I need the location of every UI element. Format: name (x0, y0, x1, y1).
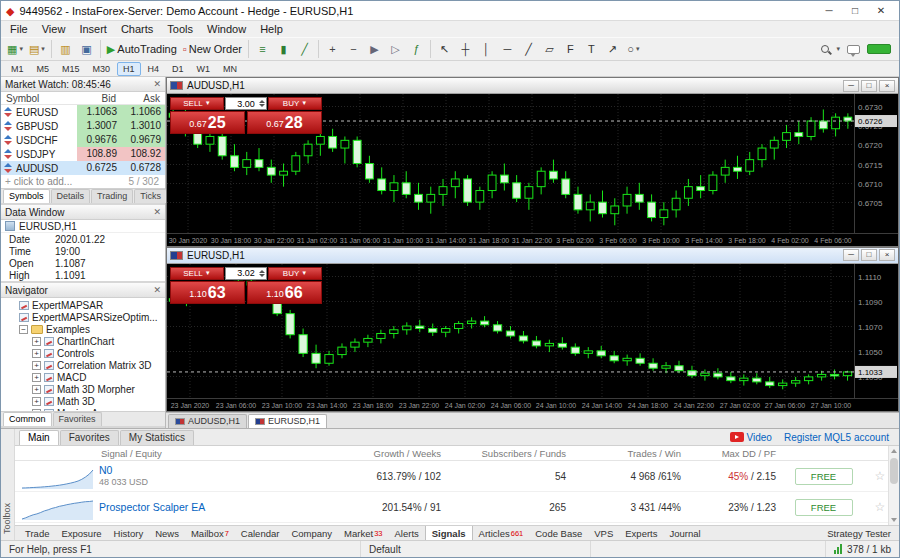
zoom-out-button[interactable]: − (343, 39, 364, 59)
shapes-tool-button[interactable]: ○▾ (623, 39, 644, 59)
volume-input[interactable]: 3.00 (225, 97, 267, 110)
menu-file[interactable]: File (3, 23, 35, 35)
market-watch-row-audusd[interactable]: AUDUSD 0.6725 0.6728 (1, 161, 165, 175)
trendline-tool-button[interactable]: ╱ (518, 39, 539, 59)
chart-minimize-button[interactable]: ─ (843, 249, 859, 261)
chart-window-titlebar[interactable]: AUDUSD,H1 ─ □ × (167, 78, 898, 94)
column-header[interactable]: Max DD / PF (691, 448, 786, 459)
timeframe-h1-button[interactable]: H1 (117, 62, 141, 76)
bar-chart-mode-button[interactable]: ≡ (252, 39, 273, 59)
column-header[interactable]: Subscribers / Funds (451, 448, 576, 459)
data-window-toggle-button[interactable]: ▣ (76, 39, 97, 59)
vertical-line-tool-button[interactable]: │ (476, 39, 497, 59)
market-watch-add-row[interactable]: + click to add... 5 / 302 (1, 175, 165, 188)
toolbox-tab-exposure[interactable]: Exposure (55, 526, 107, 540)
line-chart-mode-button[interactable]: ╱ (294, 39, 315, 59)
toolbox-tab-code-base[interactable]: Code Base (529, 526, 588, 540)
chat-icon[interactable] (847, 45, 860, 54)
buy-price-button[interactable]: 0.67 28 (247, 111, 322, 134)
toolbox-tab-vps[interactable]: VPS (588, 526, 619, 540)
cursor-tool-button[interactable]: ↖ (434, 39, 455, 59)
navigator-tab-common[interactable]: Common (3, 412, 52, 426)
volume-input[interactable]: 3.02 (225, 267, 267, 280)
new-order-button[interactable]: ▫New Order (180, 39, 245, 59)
signal-price-button[interactable]: FREE (795, 468, 853, 485)
signal-price-button[interactable]: FREE (795, 499, 853, 516)
navigator-tab-favorites[interactable]: Favorites (53, 412, 102, 426)
toolbox-tab-mailbox[interactable]: Mailbox7 (185, 526, 235, 540)
volume-spinner[interactable] (258, 98, 265, 109)
menu-tools[interactable]: Tools (160, 23, 200, 35)
tree-expand-icon[interactable]: + (32, 349, 41, 358)
sell-button[interactable]: SELL▼ (170, 267, 224, 280)
tree-expand-icon[interactable]: + (32, 385, 41, 394)
close-icon[interactable]: ✕ (153, 285, 161, 295)
signal-name-link[interactable]: N0 (99, 464, 321, 476)
menu-view[interactable]: View (35, 23, 73, 35)
window-maximize-button[interactable]: □ (842, 3, 868, 19)
status-profile[interactable]: Default (361, 541, 591, 557)
signal-name-link[interactable]: Prospector Scalper EA (99, 501, 321, 513)
volume-spinner[interactable] (258, 268, 265, 279)
navigator-item[interactable]: +Math 3D (1, 395, 165, 407)
channel-tool-button[interactable]: ▱ (539, 39, 560, 59)
toolbox-tab-history[interactable]: History (108, 526, 150, 540)
toolbox-tab-company[interactable]: Company (285, 526, 338, 540)
chart-maximize-button[interactable]: □ (861, 80, 877, 92)
toolbox-tab-experts[interactable]: Experts (619, 526, 663, 540)
navigator-item[interactable]: ExpertMAPSAR (1, 299, 165, 311)
chart-canvas[interactable]: 30 Jan 202030 Jan 18:0030 Jan 22:0031 Ja… (167, 94, 898, 246)
chart-window-titlebar[interactable]: EURUSD,H1 ─ □ × (167, 248, 898, 264)
signals-scrollbar[interactable] (888, 446, 899, 525)
market-watch-toggle-button[interactable]: ▥ (55, 39, 76, 59)
signal-row[interactable]: Prospector Scalper EA 201.54% / 91 265 3… (15, 492, 899, 523)
chart-canvas[interactable]: 23 Jan 202023 Jan 06:0023 Jan 10:0023 Ja… (167, 264, 898, 411)
search-icon[interactable] (821, 45, 829, 53)
chart-close-button[interactable]: × (879, 249, 895, 261)
timeframe-d1-button[interactable]: D1 (166, 62, 190, 76)
toolbox-tab-alerts[interactable]: Alerts (388, 526, 424, 540)
menu-insert[interactable]: Insert (72, 23, 114, 35)
signal-row[interactable]: N0 48 033 USD 613.79% / 102 54 4 968 /61… (15, 461, 899, 492)
toolbox-rail[interactable]: Toolbox (1, 429, 15, 540)
market-watch-tab-symbols[interactable]: Symbols (3, 189, 50, 203)
navigator-item[interactable]: ExpertMAPSARSizeOptim... (1, 311, 165, 323)
strategy-tester-label[interactable]: Strategy Tester (827, 528, 895, 539)
market-watch-row-gbpusd[interactable]: GBPUSD 1.3007 1.3010 (1, 119, 165, 133)
candlestick-mode-button[interactable]: ▮ (273, 39, 294, 59)
market-watch-tab-details[interactable]: Details (51, 189, 91, 203)
tree-expand-icon[interactable]: + (32, 397, 41, 406)
close-icon[interactable]: ✕ (153, 207, 161, 217)
menu-window[interactable]: Window (200, 23, 253, 35)
toolbox-tab-articles[interactable]: Articles661 (473, 526, 530, 540)
window-minimize-button[interactable]: ─ (816, 3, 842, 19)
buy-button[interactable]: BUY▼ (268, 97, 322, 110)
toolbox-tab-signals[interactable]: Signals (425, 526, 473, 540)
timeframe-m5-button[interactable]: M5 (31, 62, 56, 76)
signals-tab-favorites[interactable]: Favorites (60, 430, 119, 445)
indicators-button[interactable]: ƒ (406, 39, 427, 59)
navigator-item[interactable]: −Examples (1, 323, 165, 335)
sell-price-button[interactable]: 1.10 63 (170, 281, 245, 304)
column-header[interactable]: Growth / Weeks (321, 448, 451, 459)
chart-maximize-button[interactable]: □ (861, 249, 877, 261)
market-watch-row-eurusd[interactable]: EURUSD 1.1063 1.1066 (1, 105, 165, 119)
toolbox-tab-calendar[interactable]: Calendar (235, 526, 286, 540)
chart-close-button[interactable]: × (879, 80, 895, 92)
timeframe-w1-button[interactable]: W1 (191, 62, 217, 76)
auto-scroll-button[interactable]: ▶ (364, 39, 385, 59)
arrows-tool-button[interactable]: ↗ (602, 39, 623, 59)
chart-minimize-button[interactable]: ─ (843, 80, 859, 92)
chart-shift-button[interactable]: ▷ (385, 39, 406, 59)
video-link[interactable]: Video (730, 432, 772, 443)
column-header[interactable]: Trades / Win (576, 448, 691, 459)
buy-button[interactable]: BUY▼ (268, 267, 322, 280)
sell-button[interactable]: SELL▼ (170, 97, 224, 110)
menu-help[interactable]: Help (253, 23, 290, 35)
market-watch-tab-trading[interactable]: Trading (91, 189, 133, 203)
timeframe-m15-button[interactable]: M15 (56, 62, 86, 76)
signals-tab-my-statistics[interactable]: My Statistics (120, 430, 194, 445)
new-chart-button[interactable]: ▦▾ (4, 39, 26, 59)
market-watch-row-usdjpy[interactable]: USDJPY 108.89 108.92 (1, 147, 165, 161)
timeframe-h4-button[interactable]: H4 (142, 62, 166, 76)
